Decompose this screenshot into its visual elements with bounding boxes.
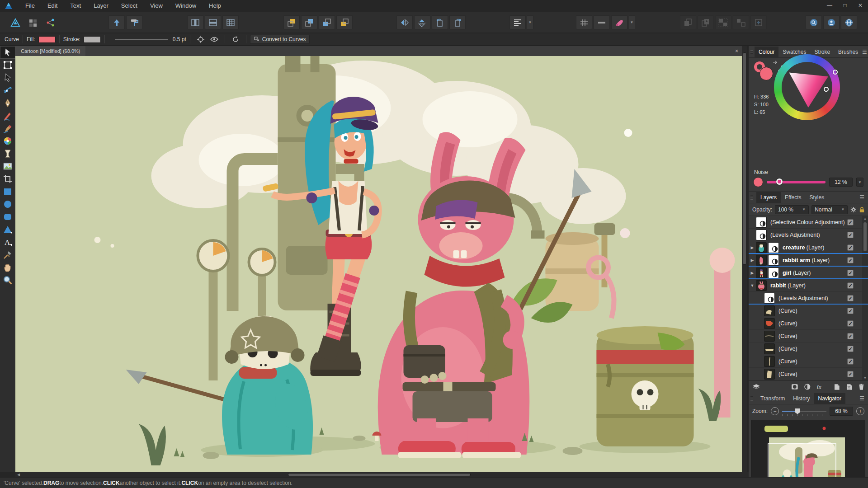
curve-block-thumbnail[interactable] [764,369,775,380]
grid-icon[interactable] [576,15,592,29]
transparency-tool[interactable] [0,147,15,160]
menu-edit[interactable]: Edit [41,0,64,12]
layer-row[interactable]: (Levels Adjustment)✓ [749,229,868,241]
layer-row[interactable]: (Curve)✓ [749,317,868,330]
navigator-tab-transform[interactable]: Transform [756,393,789,404]
layer-row[interactable]: (Levels Adjustment)✓ [749,292,868,305]
adjustment-thumbnail[interactable] [768,255,779,266]
alignment-icon[interactable] [509,15,526,29]
pencil-tool[interactable] [0,109,15,122]
flip-horizontal-icon[interactable] [396,15,413,29]
crop-tool[interactable] [0,173,15,185]
globe-circle-icon[interactable] [841,15,857,29]
maximize-button[interactable]: □ [837,0,853,12]
fill-swatch[interactable] [38,36,56,43]
layer-row[interactable]: (Curve)✓ [749,368,868,380]
layers-tab-layers[interactable]: Layers [756,192,781,203]
opacity-dropdown[interactable]: 100 %▼ [775,205,809,214]
zoom-slider[interactable] [782,411,826,412]
persona-export-icon[interactable] [42,15,59,29]
point-transform-tool[interactable] [0,84,15,97]
paint-roller-icon[interactable] [126,15,142,29]
rounded-rectangle-tool[interactable] [0,211,15,223]
place-image-tool[interactable] [0,160,15,173]
layer-row[interactable]: (Curve)✓ [749,330,868,343]
collapsed-expander-icon[interactable]: ▶ [749,271,756,275]
expanded-expander-icon[interactable]: ▼ [749,283,756,288]
document-tab[interactable]: Cartoon [Modified] (68.0%) [15,46,85,56]
fill-colour-indicator[interactable] [760,67,773,80]
fx-icon[interactable]: fx [817,384,821,390]
hue-selector[interactable] [833,70,838,75]
horizontal-scrollbar[interactable]: ◀ ▶ [15,472,757,477]
zoom-value[interactable]: 68 % [830,407,853,416]
assistant-brush-icon[interactable] [611,15,627,29]
collapsed-expander-icon[interactable]: ▶ [749,245,756,250]
arrow-up-icon[interactable] [108,15,125,29]
layer-row[interactable]: ▼rabbit (Layer)✓ [749,279,868,292]
panel-grip[interactable] [750,396,755,401]
tab-close-icon[interactable]: × [735,48,738,54]
adjustment-thumbnail[interactable] [764,293,775,304]
persona-designer-icon[interactable] [7,15,24,29]
vertical-scrollbar-thumb[interactable] [743,52,746,265]
table-rows-icon[interactable] [205,15,221,29]
layer-visibility-checkbox[interactable]: ✓ [847,232,854,238]
blend-mode-dropdown[interactable]: Normal▼ [811,205,848,214]
noise-value[interactable]: 12 % [829,178,853,187]
saturation-selector[interactable] [824,87,829,92]
layer-row[interactable]: (Curve)✓ [749,343,868,355]
zoom-out-button[interactable]: − [771,407,779,415]
navigator-tab-navigator[interactable]: Navigator [814,393,845,404]
horizontal-scrollbar-thumb[interactable] [288,473,471,476]
person-circle-icon[interactable] [823,15,840,29]
search-circle-icon[interactable] [806,15,822,29]
layer-visibility-checkbox[interactable]: ✓ [847,358,854,365]
layer-visibility-checkbox[interactable]: ✓ [847,282,854,289]
menu-layer[interactable]: Layer [87,0,115,12]
adjustment-icon[interactable] [804,384,811,390]
layer-row[interactable]: (Selective Colour Adjustment)✓ [749,216,868,229]
alignment-dropdown-icon[interactable]: ▼ [527,15,533,29]
move-backward-icon[interactable] [319,15,335,29]
panel-grip[interactable] [750,50,753,54]
curve-strip-thumbnail[interactable] [764,343,775,354]
noise-colour-swatch[interactable] [753,177,763,187]
layer-row[interactable]: (Curve)✓ [749,305,868,317]
layer-visibility-checkbox[interactable]: ✓ [847,371,854,377]
convert-to-curves-button[interactable]: Convert to Curves [250,35,310,44]
canvas-artwork[interactable] [15,56,742,472]
colour-wheel-tool[interactable] [0,135,15,147]
layers-stack-icon[interactable] [752,384,760,390]
snapping-dropdown-icon[interactable]: ▼ [629,15,635,29]
panel-grip[interactable] [750,195,755,200]
layer-visibility-checkbox[interactable]: ✓ [847,346,854,352]
layer-visibility-checkbox[interactable]: ✓ [847,257,854,263]
new-layer-icon[interactable] [834,384,840,390]
table-cells-icon[interactable] [222,15,239,29]
layers-tab-effects[interactable]: Effects [781,192,805,203]
layer-visibility-checkbox[interactable]: ✓ [847,295,854,301]
transform-origin-icon[interactable] [194,35,208,44]
lock-icon[interactable] [859,206,864,213]
move-forward-icon[interactable] [301,15,317,29]
panel-menu-icon[interactable]: ☰ [862,49,867,55]
layer-visibility-checkbox[interactable]: ✓ [847,333,854,339]
art-rabbit-thumbnail[interactable] [756,280,767,291]
curve-thin-line-thumbnail[interactable] [764,331,775,342]
panel-menu-icon[interactable]: ☰ [859,194,864,201]
stroke-swatch[interactable] [84,36,101,43]
rotate-ccw-icon[interactable] [432,15,448,29]
menu-window[interactable]: Window [169,0,203,12]
colour-tab-brushes[interactable]: Brushes [834,47,862,57]
curve-vline-thumbnail[interactable] [764,356,775,367]
gear-icon[interactable] [850,206,857,213]
artboard-tool[interactable] [0,59,15,71]
colour-tab-colour[interactable]: Colour [755,47,778,57]
divider-icon[interactable] [594,15,610,29]
layer-scroll-thumb[interactable] [863,222,867,251]
layer-visibility-checkbox[interactable]: ✓ [847,270,854,276]
new-pattern-layer-icon[interactable] [846,384,853,390]
stroke-width-slider[interactable] [115,39,168,40]
menu-help[interactable]: Help [203,0,227,12]
